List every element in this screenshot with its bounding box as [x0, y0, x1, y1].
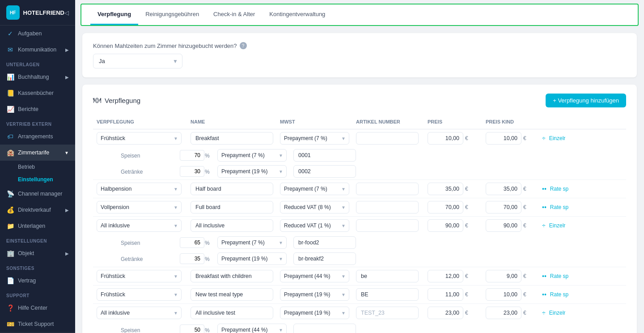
sidebar-item-berichte[interactable]: 📈 Berichte: [0, 101, 75, 117]
sidebar-item-buchhaltung[interactable]: 📊 Buchhaltung ▶: [0, 69, 75, 85]
meal-preis-input[interactable]: [428, 132, 463, 145]
sub-artikel-input[interactable]: [293, 252, 356, 265]
sub-mwst-select[interactable]: Prepayment (7 %): [217, 236, 287, 249]
sidebar-item-label: Berichte: [18, 106, 38, 112]
meal-mwst-select[interactable]: Reduced VAT (8 %): [280, 201, 349, 213]
sidebar-item-kommunikation[interactable]: ✉ Kommunikation ▶: [0, 42, 75, 58]
sidebar-item-zimmertarife[interactable]: 🏨 Zimmertarife ▼: [0, 145, 75, 161]
meal-preis-kind-input[interactable]: [486, 183, 521, 195]
sub-pct-input[interactable]: [180, 150, 204, 161]
meal-name-input[interactable]: [191, 201, 273, 213]
rate-action-button[interactable]: Einzelr: [547, 222, 568, 229]
meal-preis-kind-input[interactable]: [486, 270, 521, 282]
rate-action-button[interactable]: Rate sp: [548, 186, 570, 192]
split-icon[interactable]: ••: [542, 273, 547, 280]
rate-action-button[interactable]: Rate sp: [548, 291, 570, 298]
sidebar-sub-item-einstellungen[interactable]: Einstellungen: [0, 173, 75, 186]
meal-artikel-input[interactable]: [356, 307, 419, 319]
sidebar-item-hilfe[interactable]: ❓ Hilfe Center: [0, 300, 75, 316]
meal-preis-input[interactable]: [428, 201, 463, 213]
help-tooltip-icon[interactable]: ?: [240, 42, 247, 49]
meal-mwst-select[interactable]: Prepayment (19 %): [280, 307, 349, 319]
meal-type-select[interactable]: Frühstück: [97, 288, 182, 301]
meal-artikel-input[interactable]: [356, 132, 419, 145]
meal-type-select[interactable]: All inklusive: [97, 219, 182, 232]
meal-preis-input[interactable]: [428, 183, 463, 195]
meal-preis-kind-input[interactable]: [486, 288, 521, 301]
rate-action-button[interactable]: Rate sp: [548, 273, 570, 279]
split-icon[interactable]: ••: [542, 204, 547, 211]
meal-mwst-select[interactable]: Prepayment (44 %): [280, 270, 349, 282]
sidebar-item-arrangements[interactable]: 🏷 Arrangements: [0, 128, 75, 145]
meal-mwst-select[interactable]: Prepayment (7 %): [280, 132, 349, 145]
sidebar-item-unterlagen[interactable]: 📁 Unterlagen: [0, 218, 75, 234]
sidebar-item-direktverkauf[interactable]: 💰 Direktverkauf ▶: [0, 202, 75, 218]
tab-checkin-alter[interactable]: Check-in & Alter: [206, 4, 262, 25]
meal-mwst-select[interactable]: Reduced VAT (1 %): [280, 219, 349, 232]
meal-preis-kind-input[interactable]: [486, 201, 521, 213]
meal-artikel-input[interactable]: [356, 201, 419, 213]
sub-pct-input[interactable]: [180, 166, 204, 177]
sidebar-item-kassenbücher[interactable]: 📒 Kassenbücher: [0, 85, 75, 101]
meal-artikel-input[interactable]: [356, 288, 419, 301]
sub-artikel-input[interactable]: [293, 236, 356, 249]
tab-reinigungsgebuhren[interactable]: Reinigungsgebühren: [138, 4, 206, 25]
meal-name-input[interactable]: [191, 132, 273, 145]
sidebar-item-ticket[interactable]: 🎫 Ticket Support: [0, 316, 75, 332]
meal-preis-input[interactable]: [428, 270, 463, 282]
sub-mwst-select[interactable]: Prepayment (7 %): [217, 149, 287, 162]
meal-name-input[interactable]: [191, 183, 273, 195]
sub-pct-input[interactable]: [180, 324, 204, 333]
add-verpflegung-button[interactable]: + Verpflegung hinzufügen: [546, 94, 626, 107]
meal-type-select[interactable]: All inklusive: [97, 307, 182, 319]
meal-preis-kind-input[interactable]: [486, 307, 521, 319]
sub-artikel-input[interactable]: [293, 324, 356, 333]
sub-mwst-select[interactable]: Prepayment (44 %): [217, 324, 287, 333]
sub-artikel-input[interactable]: [293, 165, 356, 178]
meal-preis-input[interactable]: [428, 288, 463, 301]
meal-type-select[interactable]: Vollpension: [97, 201, 182, 213]
split-icon[interactable]: ÷: [542, 309, 546, 316]
meal-artikel-input[interactable]: [356, 219, 419, 232]
meal-type-select[interactable]: Frühstück: [97, 270, 182, 282]
split-icon[interactable]: ÷: [542, 135, 546, 142]
meal-mwst-select[interactable]: Prepayment (19 %): [280, 288, 349, 301]
sidebar-collapse-button[interactable]: ◁: [64, 9, 69, 16]
meal-preis-kind-input[interactable]: [486, 132, 521, 145]
sidebar-item-label: Unterlagen: [18, 223, 45, 229]
sub-artikel-input[interactable]: [293, 149, 356, 162]
meal-name-input[interactable]: [191, 270, 273, 282]
sidebar-item-aufgaben[interactable]: ✓ Aufgaben: [0, 26, 75, 42]
rate-action-button[interactable]: Einzelr: [547, 135, 568, 141]
meal-type-select[interactable]: Halbpension: [97, 183, 182, 195]
accounting-icon: 📊: [6, 73, 14, 81]
tab-verpflegung[interactable]: Verpflegung: [90, 4, 138, 25]
meal-preis-input[interactable]: [428, 307, 463, 319]
sub-pct-input[interactable]: [180, 253, 204, 264]
sub-mwst-select[interactable]: Prepayment (19 %): [217, 165, 287, 178]
meal-mwst-select[interactable]: Prepayment (7 %): [280, 183, 349, 195]
split-icon[interactable]: ÷: [542, 222, 546, 229]
meal-type-select[interactable]: Frühstück: [97, 132, 182, 145]
sidebar-sub-item-betrieb[interactable]: Betrieb: [0, 161, 75, 173]
meal-artikel-input[interactable]: [356, 270, 419, 282]
meals-enabled-select[interactable]: Ja Nein: [93, 54, 182, 68]
tab-kontingentverwaltung[interactable]: Kontingentverwaltung: [262, 4, 332, 25]
meal-name-input[interactable]: [191, 307, 273, 319]
meal-artikel-input[interactable]: [356, 183, 419, 195]
rate-action-button[interactable]: Rate sp: [548, 204, 570, 210]
meal-name-input[interactable]: [191, 219, 273, 232]
meal-name-input[interactable]: [191, 288, 273, 301]
sidebar-item-channel[interactable]: 📡 Channel manager: [0, 186, 75, 202]
sidebar-item-vertrag[interactable]: 📄 Vertrag: [0, 273, 75, 289]
sub-mwst-select[interactable]: Prepayment (19 %): [217, 252, 287, 265]
meal-preis-kind-input[interactable]: [486, 219, 521, 232]
sub-pct-input[interactable]: [180, 237, 204, 248]
rate-action-button[interactable]: Einzelr: [547, 310, 568, 316]
sidebar-item-objekt[interactable]: 🏢 Objekt ▶: [0, 245, 75, 261]
split-icon[interactable]: ••: [542, 291, 547, 298]
split-icon[interactable]: ••: [542, 185, 547, 192]
currency-kind-symbol: €: [523, 310, 526, 316]
meal-preis-input[interactable]: [428, 219, 463, 232]
verpflegung-section: 🍽 Verpflegung + Verpflegung hinzufügen V…: [82, 85, 637, 333]
